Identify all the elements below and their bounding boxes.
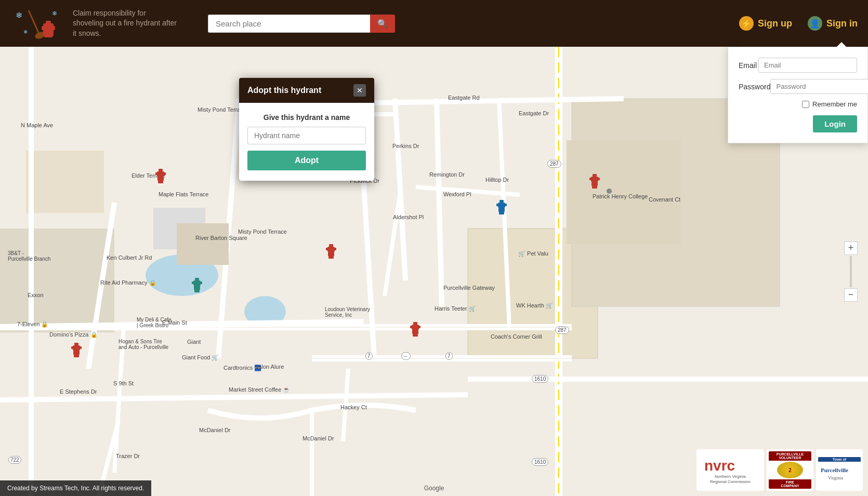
hydrant-7[interactable]: [589, 174, 601, 190]
svg-rect-71: [412, 325, 419, 330]
svg-rect-56: [194, 286, 200, 290]
svg-rect-55: [200, 281, 202, 284]
svg-rect-69: [328, 256, 334, 259]
svg-rect-64: [329, 244, 333, 247]
svg-rect-53: [193, 280, 201, 286]
remember-row: Remember me: [739, 100, 857, 108]
adopt-dialog-body: Give this hydrant a name Adopt: [239, 103, 374, 181]
zoom-out-button[interactable]: −: [844, 288, 858, 302]
svg-rect-3: [42, 26, 55, 30]
svg-rect-72: [410, 326, 413, 328]
svg-rect-81: [499, 212, 504, 215]
hydrant-1[interactable]: [155, 169, 167, 184]
signup-button[interactable]: ⚡ Sign up: [739, 16, 792, 31]
svg-line-0: [29, 10, 39, 34]
remember-label: Remember me: [812, 100, 857, 108]
svg-rect-5: [46, 21, 51, 25]
hydrant-4[interactable]: [325, 244, 338, 260]
svg-rect-50: [157, 177, 164, 181]
svg-rect-80: [498, 208, 505, 212]
svg-rect-86: [591, 182, 598, 186]
signin-button[interactable]: 👤 Sign in: [808, 16, 858, 31]
app-logo: ❄ ❄ ❄: [10, 3, 68, 44]
svg-rect-66: [326, 248, 328, 250]
hydrant-3[interactable]: [71, 343, 83, 358]
svg-rect-48: [155, 172, 158, 175]
svg-text:❄: ❄: [23, 29, 28, 35]
svg-rect-83: [591, 177, 598, 182]
google-attribution: Google: [424, 485, 444, 492]
svg-text:❄: ❄: [52, 10, 57, 17]
password-label: Password: [739, 83, 770, 91]
svg-text:Virginia: Virginia: [828, 475, 843, 480]
footer-copyright: Created by Streams Tech, Inc. All rights…: [7, 485, 144, 492]
svg-rect-67: [334, 248, 336, 250]
svg-rect-49: [163, 172, 166, 175]
svg-rect-57: [194, 290, 200, 292]
svg-text:nvrc: nvrc: [704, 458, 735, 474]
svg-rect-54: [192, 281, 194, 284]
password-row: Password: [739, 79, 857, 94]
svg-rect-60: [71, 346, 74, 349]
svg-rect-68: [328, 252, 334, 256]
email-input[interactable]: [758, 58, 857, 73]
tagline-text: Claim responsibility for shoveling out a…: [73, 9, 177, 37]
map-marker: [607, 189, 612, 194]
svg-rect-59: [73, 345, 80, 351]
svg-rect-79: [504, 204, 507, 206]
svg-text:Purcellville: Purcellville: [821, 467, 848, 473]
svg-rect-65: [327, 247, 335, 252]
email-row: Email: [739, 58, 857, 73]
signup-icon: ⚡: [739, 16, 754, 31]
password-input[interactable]: [770, 79, 868, 94]
auth-buttons: ⚡ Sign up 👤 Sign in: [739, 16, 858, 31]
svg-rect-46: [159, 169, 163, 171]
tagline: Claim responsibility for shoveling out a…: [73, 8, 177, 39]
svg-rect-78: [496, 204, 499, 206]
svg-rect-70: [413, 322, 417, 325]
hydrant-5[interactable]: [410, 322, 422, 338]
town-purcellville-logo: Town of Purcellville Virginia: [816, 449, 863, 491]
header: ❄ ❄ ❄ Claim responsibility for shoveling…: [0, 0, 868, 47]
signup-label: Sign up: [758, 18, 792, 29]
svg-rect-47: [157, 171, 164, 177]
svg-rect-82: [593, 174, 597, 177]
svg-text:❄: ❄: [16, 11, 22, 20]
remember-checkbox[interactable]: [802, 101, 809, 108]
search-input[interactable]: [208, 15, 370, 33]
svg-rect-75: [413, 334, 418, 337]
adopt-dialog-close-button[interactable]: ✕: [353, 84, 366, 97]
svg-rect-84: [589, 178, 592, 180]
svg-rect-76: [499, 200, 504, 203]
login-dropdown: Email Password Remember me Login: [728, 47, 868, 143]
adopt-dialog-label: Give this hydrant a name: [247, 113, 366, 122]
adopt-dialog: Adopt this hydrant ✕ Give this hydrant a…: [239, 78, 374, 181]
svg-rect-58: [74, 343, 78, 345]
map-zoom-controls: + −: [844, 242, 858, 302]
search-bar: 🔍: [208, 15, 395, 33]
svg-rect-4: [44, 34, 52, 37]
svg-rect-77: [498, 203, 505, 208]
adopt-dialog-header: Adopt this hydrant ✕: [239, 78, 374, 103]
hydrant-2[interactable]: [191, 278, 204, 293]
adopt-dialog-title: Adopt this hydrant: [247, 86, 321, 95]
hydrant-6[interactable]: [496, 200, 508, 216]
adopt-button[interactable]: Adopt: [247, 151, 366, 170]
svg-rect-52: [195, 278, 199, 280]
zoom-in-button[interactable]: +: [844, 242, 858, 255]
svg-rect-85: [597, 178, 600, 180]
signin-label: Sign in: [826, 18, 858, 29]
footer: Created by Streams Tech, Inc. All rights…: [0, 480, 151, 496]
signin-icon: 👤: [808, 16, 822, 31]
svg-rect-63: [74, 355, 79, 357]
purcellville-logo: PURCELLVILLEVOLUNTEER 2 FIRECOMPANY: [767, 449, 813, 491]
svg-rect-73: [418, 326, 420, 328]
search-button[interactable]: 🔍: [370, 15, 395, 33]
hydrant-name-input[interactable]: [247, 127, 366, 144]
nvrc-logo: nvrc Northern VirginiaRegional Commissio…: [696, 449, 764, 491]
svg-rect-62: [73, 351, 80, 355]
login-button[interactable]: Login: [813, 115, 857, 132]
svg-rect-74: [412, 330, 418, 334]
svg-rect-51: [158, 181, 163, 183]
footer-logos: nvrc Northern VirginiaRegional Commissio…: [696, 449, 863, 491]
